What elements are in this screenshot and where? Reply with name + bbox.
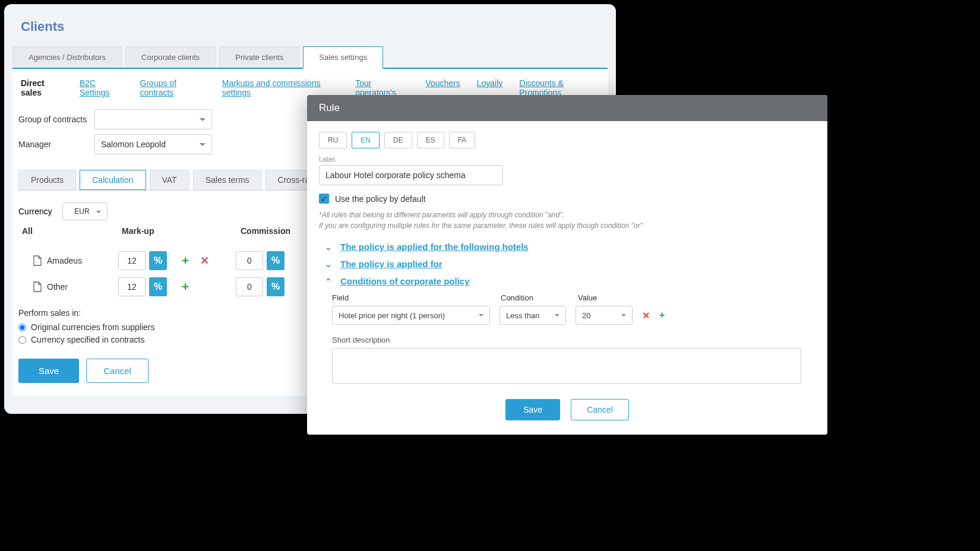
nav-b2c[interactable]: B2C Settings: [80, 78, 124, 97]
manager-select[interactable]: Salomon Leopold: [94, 134, 212, 154]
cond-field-header: Field: [332, 293, 501, 302]
radio-input[interactable]: [18, 336, 26, 344]
modal-title: Rule: [307, 95, 827, 121]
tab-private[interactable]: Private clients: [219, 46, 299, 68]
lang-en[interactable]: EN: [352, 132, 380, 148]
cancel-button[interactable]: Cancel: [86, 359, 148, 383]
row-name: Amadeus: [47, 256, 118, 265]
cond-condition-header: Condition: [501, 293, 578, 302]
cond-condition-select[interactable]: Less than: [500, 306, 566, 325]
group-contracts-select[interactable]: [94, 109, 212, 129]
cond-value-header: Value: [578, 293, 643, 302]
chevron-down-icon[interactable]: ⌄: [325, 259, 340, 269]
tab-corporate[interactable]: Corporate clients: [125, 46, 216, 68]
chevron-up-icon[interactable]: ⌃: [325, 277, 340, 286]
rule-modal: Rule RU EN DE ES FA Label ✓ Use the poli…: [307, 95, 827, 435]
percent-icon[interactable]: %: [149, 251, 167, 270]
short-desc-input[interactable]: [332, 348, 801, 384]
save-button[interactable]: Save: [18, 359, 79, 383]
manager-label: Manager: [18, 140, 94, 149]
remove-icon[interactable]: ✕: [199, 255, 210, 266]
short-desc-label: Short description: [332, 335, 815, 344]
cond-value-select[interactable]: 20: [576, 306, 633, 325]
chevron-down-icon[interactable]: ⌄: [325, 242, 340, 252]
plus-icon[interactable]: +: [659, 310, 665, 321]
plus-icon[interactable]: +: [180, 281, 191, 292]
markup-input[interactable]: [118, 251, 146, 270]
currency-label: Currency: [18, 207, 62, 216]
inner-tab-vat[interactable]: VAT: [150, 170, 189, 190]
tab-agencies[interactable]: Agencies / Distributors: [12, 46, 122, 68]
plus-icon[interactable]: +: [180, 255, 191, 266]
inner-tab-sales-terms[interactable]: Sales terms: [193, 170, 262, 190]
lang-fa[interactable]: FA: [449, 132, 476, 148]
nav-direct-sales[interactable]: Direct sales: [21, 78, 63, 97]
tab-sales-settings[interactable]: Sales settings: [303, 46, 383, 69]
language-tabs: RU EN DE ES FA: [319, 132, 815, 148]
lang-es[interactable]: ES: [417, 132, 444, 148]
lang-de[interactable]: DE: [384, 132, 412, 148]
nav-groups-contracts[interactable]: Groups of contracts: [140, 78, 206, 97]
label-input[interactable]: [319, 165, 503, 185]
file-icon: [33, 255, 42, 266]
modal-cancel-button[interactable]: Cancel: [571, 399, 629, 420]
row-name: Other: [47, 282, 118, 292]
markup-input[interactable]: [118, 277, 146, 296]
percent-icon[interactable]: %: [267, 251, 284, 270]
col-markup: Mark-up: [122, 226, 241, 236]
commission-input[interactable]: [236, 251, 263, 270]
percent-icon[interactable]: %: [149, 277, 167, 296]
page-title: Clients: [21, 19, 616, 34]
group-contracts-label: Group of contracts: [18, 115, 94, 124]
col-all: All: [18, 226, 122, 236]
main-tabs: Agencies / Distributors Corporate client…: [12, 46, 608, 69]
inner-tab-products[interactable]: Products: [18, 170, 76, 190]
lang-ru[interactable]: RU: [319, 132, 347, 148]
acc-conditions[interactable]: Conditions of corporate policy: [340, 276, 470, 286]
use-default-checkbox[interactable]: ✓: [319, 194, 329, 204]
currency-select[interactable]: EUR: [62, 202, 108, 220]
file-icon: [33, 281, 42, 292]
inner-tab-calculation[interactable]: Calculation: [80, 170, 146, 190]
percent-icon[interactable]: %: [267, 277, 284, 296]
policy-note: *All rules that belong to different para…: [319, 210, 815, 231]
remove-icon[interactable]: ✕: [642, 310, 650, 321]
use-default-label: Use the policy by default: [335, 194, 426, 204]
acc-hotels[interactable]: The policy is applied for the following …: [340, 242, 529, 252]
cond-field-select[interactable]: Hotel price per night (1 person): [332, 306, 490, 325]
modal-save-button[interactable]: Save: [505, 399, 560, 420]
label-field-label: Label: [319, 156, 815, 163]
acc-applied-for[interactable]: The policy is applied for: [340, 259, 442, 269]
commission-input[interactable]: [236, 277, 263, 296]
radio-input[interactable]: [18, 324, 26, 331]
